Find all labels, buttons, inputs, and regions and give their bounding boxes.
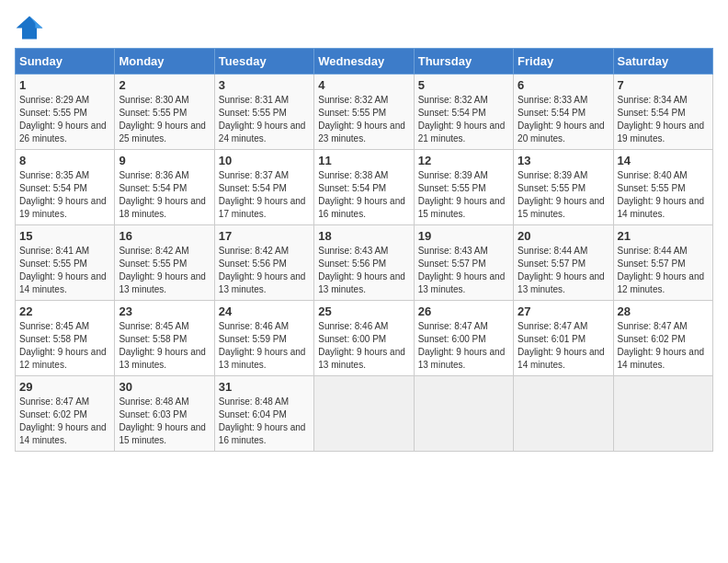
day-info: Sunrise: 8:31 AM Sunset: 5:55 PM Dayligh…	[219, 94, 310, 145]
sunrise-label: Sunrise: 8:30 AM	[119, 95, 188, 105]
day-number: 15	[19, 229, 110, 243]
day-info: Sunrise: 8:46 AM Sunset: 5:59 PM Dayligh…	[219, 320, 310, 372]
daylight-label: Daylight: 9 hours and 24 minutes.	[219, 121, 306, 144]
daylight-label: Daylight: 9 hours and 25 minutes.	[119, 121, 206, 144]
day-number: 2	[119, 78, 210, 92]
daylight-label: Daylight: 9 hours and 14 minutes.	[518, 347, 605, 370]
day-number: 5	[418, 78, 509, 92]
calendar-cell: 29 Sunrise: 8:47 AM Sunset: 6:02 PM Dayl…	[16, 376, 115, 452]
day-info: Sunrise: 8:36 AM Sunset: 5:54 PM Dayligh…	[119, 169, 210, 221]
daylight-label: Daylight: 9 hours and 14 minutes.	[618, 347, 705, 370]
day-header-monday: Monday	[115, 49, 214, 75]
day-number: 18	[318, 229, 409, 243]
calendar-cell	[514, 376, 613, 452]
sunset-label: Sunset: 5:55 PM	[418, 183, 486, 193]
day-number: 23	[119, 304, 210, 318]
day-number: 4	[318, 78, 409, 92]
logo-icon	[15, 15, 44, 40]
day-number: 24	[219, 304, 310, 318]
calendar-cell: 28 Sunrise: 8:47 AM Sunset: 6:02 PM Dayl…	[613, 301, 712, 376]
day-info: Sunrise: 8:44 AM Sunset: 5:57 PM Dayligh…	[518, 245, 609, 296]
sunset-label: Sunset: 5:54 PM	[219, 183, 287, 193]
day-number: 3	[219, 78, 310, 92]
sunset-label: Sunset: 5:57 PM	[618, 259, 686, 269]
sunrise-label: Sunrise: 8:43 AM	[318, 246, 388, 256]
day-info: Sunrise: 8:39 AM Sunset: 5:55 PM Dayligh…	[518, 169, 609, 221]
calendar-week-1: 1 Sunrise: 8:29 AM Sunset: 5:55 PM Dayli…	[16, 75, 713, 150]
daylight-label: Daylight: 9 hours and 12 minutes.	[19, 347, 107, 370]
sunrise-label: Sunrise: 8:45 AM	[119, 321, 188, 331]
day-info: Sunrise: 8:35 AM Sunset: 5:54 PM Dayligh…	[19, 169, 110, 221]
sunrise-label: Sunrise: 8:35 AM	[19, 170, 89, 180]
day-info: Sunrise: 8:47 AM Sunset: 6:02 PM Dayligh…	[19, 396, 110, 447]
calendar-cell: 6 Sunrise: 8:33 AM Sunset: 5:54 PM Dayli…	[514, 75, 613, 150]
sunset-label: Sunset: 6:02 PM	[618, 334, 686, 344]
day-info: Sunrise: 8:39 AM Sunset: 5:55 PM Dayligh…	[418, 169, 509, 221]
calendar-cell: 22 Sunrise: 8:45 AM Sunset: 5:58 PM Dayl…	[16, 301, 115, 376]
day-number: 7	[618, 78, 709, 92]
sunset-label: Sunset: 5:56 PM	[219, 259, 287, 269]
sunset-label: Sunset: 5:57 PM	[418, 259, 486, 269]
day-header-saturday: Saturday	[613, 49, 712, 75]
sunrise-label: Sunrise: 8:37 AM	[219, 170, 289, 180]
day-info: Sunrise: 8:44 AM Sunset: 5:57 PM Dayligh…	[618, 245, 709, 296]
sunset-label: Sunset: 5:56 PM	[318, 259, 386, 269]
day-info: Sunrise: 8:43 AM Sunset: 5:56 PM Dayligh…	[318, 245, 409, 296]
daylight-label: Daylight: 9 hours and 13 minutes.	[318, 347, 405, 370]
daylight-label: Daylight: 9 hours and 14 minutes.	[19, 271, 107, 294]
calendar-week-2: 8 Sunrise: 8:35 AM Sunset: 5:54 PM Dayli…	[16, 150, 713, 225]
calendar-week-4: 22 Sunrise: 8:45 AM Sunset: 5:58 PM Dayl…	[16, 301, 713, 376]
day-header-sunday: Sunday	[16, 49, 115, 75]
daylight-label: Daylight: 9 hours and 15 minutes.	[119, 422, 206, 445]
sunrise-label: Sunrise: 8:42 AM	[119, 246, 188, 256]
daylight-label: Daylight: 9 hours and 23 minutes.	[318, 121, 405, 144]
sunset-label: Sunset: 5:55 PM	[219, 108, 287, 118]
sunset-label: Sunset: 5:59 PM	[219, 334, 287, 344]
sunset-label: Sunset: 5:54 PM	[618, 108, 686, 118]
calendar-cell: 18 Sunrise: 8:43 AM Sunset: 5:56 PM Dayl…	[314, 225, 414, 301]
day-info: Sunrise: 8:47 AM Sunset: 6:01 PM Dayligh…	[518, 320, 609, 372]
sunrise-label: Sunrise: 8:31 AM	[219, 95, 289, 105]
day-number: 20	[518, 229, 609, 243]
daylight-label: Daylight: 9 hours and 14 minutes.	[618, 196, 705, 219]
sunset-label: Sunset: 5:58 PM	[19, 334, 87, 344]
sunrise-label: Sunrise: 8:40 AM	[618, 170, 688, 180]
sunset-label: Sunset: 5:54 PM	[518, 108, 586, 118]
day-info: Sunrise: 8:46 AM Sunset: 6:00 PM Dayligh…	[318, 320, 409, 372]
day-header-tuesday: Tuesday	[214, 49, 313, 75]
sunrise-label: Sunrise: 8:29 AM	[19, 95, 89, 105]
day-info: Sunrise: 8:41 AM Sunset: 5:55 PM Dayligh…	[19, 245, 110, 296]
calendar-cell: 13 Sunrise: 8:39 AM Sunset: 5:55 PM Dayl…	[514, 150, 613, 225]
day-info: Sunrise: 8:30 AM Sunset: 5:55 PM Dayligh…	[119, 94, 210, 145]
daylight-label: Daylight: 9 hours and 13 minutes.	[119, 271, 206, 294]
day-number: 22	[19, 304, 110, 318]
daylight-label: Daylight: 9 hours and 13 minutes.	[318, 271, 405, 294]
sunset-label: Sunset: 5:55 PM	[19, 108, 87, 118]
day-info: Sunrise: 8:48 AM Sunset: 6:03 PM Dayligh…	[119, 396, 210, 447]
day-info: Sunrise: 8:47 AM Sunset: 6:00 PM Dayligh…	[418, 320, 509, 372]
day-number: 19	[418, 229, 509, 243]
sunrise-label: Sunrise: 8:47 AM	[518, 321, 587, 331]
daylight-label: Daylight: 9 hours and 15 minutes.	[418, 196, 506, 219]
day-info: Sunrise: 8:47 AM Sunset: 6:02 PM Dayligh…	[618, 320, 709, 372]
sunrise-label: Sunrise: 8:47 AM	[418, 321, 488, 331]
day-number: 6	[518, 78, 609, 92]
sunrise-label: Sunrise: 8:44 AM	[518, 246, 587, 256]
day-number: 16	[119, 229, 210, 243]
sunrise-label: Sunrise: 8:47 AM	[618, 321, 688, 331]
day-info: Sunrise: 8:38 AM Sunset: 5:54 PM Dayligh…	[318, 169, 409, 221]
sunset-label: Sunset: 5:57 PM	[518, 259, 586, 269]
sunset-label: Sunset: 5:54 PM	[418, 108, 486, 118]
daylight-label: Daylight: 9 hours and 13 minutes.	[418, 347, 506, 370]
day-info: Sunrise: 8:33 AM Sunset: 5:54 PM Dayligh…	[518, 94, 609, 145]
sunset-label: Sunset: 6:04 PM	[219, 409, 287, 419]
day-number: 12	[418, 154, 509, 167]
sunset-label: Sunset: 5:55 PM	[19, 259, 87, 269]
daylight-label: Daylight: 9 hours and 16 minutes.	[219, 422, 306, 445]
sunrise-label: Sunrise: 8:46 AM	[318, 321, 388, 331]
day-number: 9	[119, 154, 210, 167]
sunrise-label: Sunrise: 8:42 AM	[219, 246, 289, 256]
sunset-label: Sunset: 5:58 PM	[119, 334, 187, 344]
sunset-label: Sunset: 6:01 PM	[518, 334, 586, 344]
calendar-cell: 19 Sunrise: 8:43 AM Sunset: 5:57 PM Dayl…	[414, 225, 513, 301]
